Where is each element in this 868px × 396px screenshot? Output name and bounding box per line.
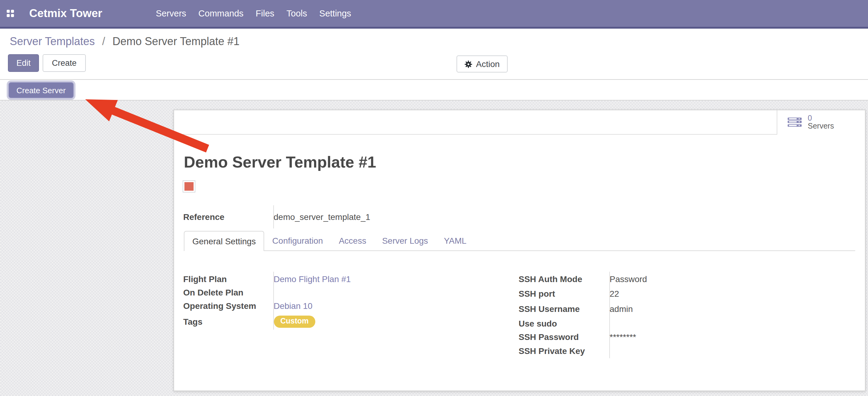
field-row: SSH Username admin xyxy=(519,301,857,316)
tab-configuration[interactable]: Configuration xyxy=(265,231,331,250)
gear-icon xyxy=(464,60,472,68)
field-row: SSH Password ******** xyxy=(519,330,857,343)
operating-system-link[interactable]: Debian 10 xyxy=(274,301,313,311)
create-button[interactable]: Create xyxy=(43,54,86,72)
template-color-fill xyxy=(184,182,193,191)
servers-stat-count: 0 xyxy=(808,114,834,122)
breadcrumb-separator: / xyxy=(102,35,105,48)
field-row: Operating System Debian 10 xyxy=(183,299,517,313)
field-group-left: Flight Plan Demo Flight Plan #1 On Delet… xyxy=(183,272,517,330)
template-color-swatch xyxy=(183,180,195,193)
edit-button[interactable]: Edit xyxy=(8,54,39,72)
ssh-auth-mode-label: SSH Auth Mode xyxy=(519,272,609,286)
ssh-private-key-value xyxy=(609,343,857,358)
ssh-password-label: SSH Password xyxy=(519,330,609,343)
breadcrumb-parent-link[interactable]: Server Templates xyxy=(10,35,95,48)
flight-plan-link[interactable]: Demo Flight Plan #1 xyxy=(274,274,351,284)
use-sudo-value xyxy=(609,316,857,330)
use-sudo-label: Use sudo xyxy=(519,316,609,330)
action-button[interactable]: Action xyxy=(457,55,508,73)
servers-stat-button[interactable]: 0 Servers xyxy=(777,110,865,135)
record-title: Demo Server Template #1 xyxy=(184,153,376,171)
button-box: 0 Servers xyxy=(174,110,865,135)
tab-yaml[interactable]: YAML xyxy=(436,231,474,250)
tags-label: Tags xyxy=(183,313,273,330)
form-buttons: Edit Create xyxy=(8,54,86,72)
reference-label: Reference xyxy=(183,205,273,228)
ssh-username-value: admin xyxy=(609,301,857,316)
tab-general-settings[interactable]: General Settings xyxy=(184,231,265,251)
menu-item-commands[interactable]: Commands xyxy=(192,0,250,27)
breadcrumb: Server Templates / Demo Server Template … xyxy=(10,35,240,48)
status-bar: Create Server xyxy=(0,79,868,101)
tab-server-logs[interactable]: Server Logs xyxy=(374,231,436,250)
action-button-label: Action xyxy=(476,59,500,69)
app-brand[interactable]: Cetmix Tower xyxy=(29,7,102,20)
field-row: Flight Plan Demo Flight Plan #1 xyxy=(183,272,517,286)
apps-menu-icon[interactable] xyxy=(7,10,14,17)
breadcrumb-current: Demo Server Template #1 xyxy=(113,35,240,48)
field-row: SSH port 22 xyxy=(519,286,857,301)
tag-badge-custom: Custom xyxy=(274,315,315,328)
flight-plan-label: Flight Plan xyxy=(183,272,273,286)
field-group-right: SSH Auth Mode Password SSH port 22 SSH U… xyxy=(519,272,857,358)
menu-item-servers[interactable]: Servers xyxy=(150,0,192,27)
menu-item-files[interactable]: Files xyxy=(250,0,280,27)
field-row: Tags Custom xyxy=(183,313,517,330)
field-row: Reference demo_server_template_1 xyxy=(183,205,609,228)
server-stack-icon xyxy=(788,118,802,128)
ssh-port-label: SSH port xyxy=(519,286,609,301)
field-row: On Delete Plan xyxy=(183,286,517,299)
reference-group: Reference demo_server_template_1 xyxy=(183,205,609,228)
servers-stat-label: Servers xyxy=(808,122,834,131)
tab-access[interactable]: Access xyxy=(331,231,374,250)
notebook-tabs: General Settings Configuration Access Se… xyxy=(184,231,855,251)
page: Cetmix Tower Servers Commands Files Tool… xyxy=(0,0,868,396)
ssh-auth-mode-value: Password xyxy=(609,272,857,286)
top-navbar: Cetmix Tower Servers Commands Files Tool… xyxy=(0,0,868,29)
on-delete-plan-label: On Delete Plan xyxy=(183,286,273,299)
on-delete-plan-value xyxy=(273,286,517,299)
menu-item-tools[interactable]: Tools xyxy=(280,0,313,27)
reference-value: demo_server_template_1 xyxy=(273,205,609,228)
ssh-private-key-label: SSH Private Key xyxy=(519,343,609,358)
operating-system-label: Operating System xyxy=(183,299,273,313)
menu-item-settings[interactable]: Settings xyxy=(313,0,357,27)
form-sheet: 0 Servers Demo Server Template #1 Refere… xyxy=(174,110,866,391)
ssh-port-value: 22 xyxy=(609,286,857,301)
content-area: 0 Servers Demo Server Template #1 Refere… xyxy=(0,101,868,396)
field-row: SSH Auth Mode Password xyxy=(519,272,857,286)
ssh-password-value: ******** xyxy=(609,330,857,343)
top-menu: Servers Commands Files Tools Settings xyxy=(150,0,357,27)
create-server-button[interactable]: Create Server xyxy=(8,82,74,98)
ssh-username-label: SSH Username xyxy=(519,301,609,316)
field-row: SSH Private Key xyxy=(519,343,857,358)
control-panel: Server Templates / Demo Server Template … xyxy=(0,29,868,79)
field-row: Use sudo xyxy=(519,316,857,330)
